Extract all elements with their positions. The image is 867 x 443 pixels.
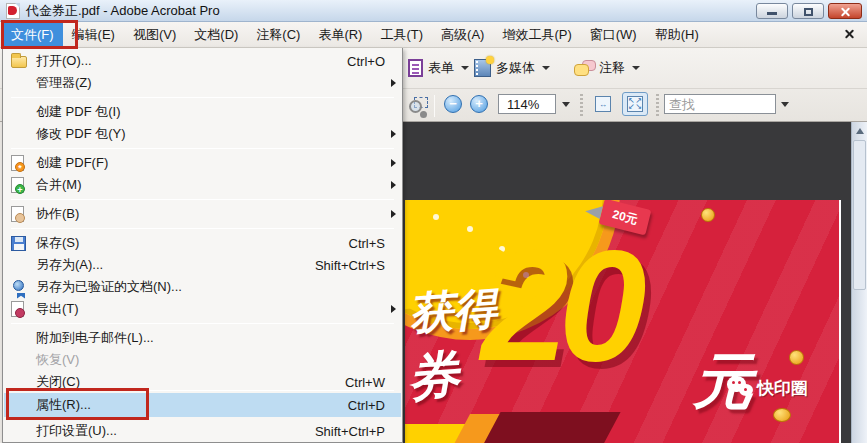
menu-item-attach-to-email[interactable]: 附加到电子邮件(L)... bbox=[4, 327, 401, 349]
file-menu-dropdown: 打开(O)... Ctrl+O 管理器(Z) 创建 PDF 包(I) 修改 PD… bbox=[2, 48, 403, 443]
pdf-file-icon bbox=[6, 3, 20, 19]
menu-tools[interactable]: 工具(T) bbox=[371, 22, 432, 47]
poster-bottom-shadow bbox=[481, 412, 620, 443]
submenu-arrow-icon bbox=[391, 130, 396, 138]
fit-width-button[interactable]: ↔ bbox=[590, 92, 616, 116]
forms-icon bbox=[408, 59, 423, 77]
menu-item-save-as-certified[interactable]: 另存为已验证的文档(N)... bbox=[4, 276, 401, 298]
folder-icon bbox=[11, 56, 27, 68]
find-dropdown-icon[interactable] bbox=[781, 102, 789, 107]
menu-file[interactable]: 文件(F) bbox=[2, 22, 63, 47]
restore-icon bbox=[804, 8, 813, 16]
acrobat-window: 代金券正.pdf - Adobe Acrobat Pro 文件(F) 编辑(E)… bbox=[0, 0, 867, 443]
watermark-text: 快印圈 bbox=[757, 377, 808, 400]
scrollbar-thumb[interactable] bbox=[853, 140, 866, 290]
minimize-icon bbox=[767, 12, 777, 15]
close-button[interactable] bbox=[828, 3, 862, 19]
comment-icon bbox=[574, 60, 594, 76]
pdf-page-voucher-poster: 20元 获得 券 20 元 快印圈 bbox=[405, 200, 841, 443]
fit-page-icon: ↖↗ ↙↘ bbox=[627, 96, 643, 112]
poster-amount: 20 bbox=[481, 226, 637, 384]
menu-bar: 文件(F) 编辑(E) 视图(V) 文档(D) 注释(C) 表单(R) 工具(T… bbox=[0, 22, 867, 48]
menu-item-combine[interactable]: + 合并(M) bbox=[4, 174, 401, 196]
menu-comments[interactable]: 注释(C) bbox=[247, 22, 309, 47]
zoom-out-button[interactable]: − bbox=[444, 95, 462, 113]
menu-item-save-as[interactable]: 另存为(A)... Shift+Ctrl+S bbox=[4, 254, 401, 276]
submenu-arrow-icon bbox=[391, 181, 396, 189]
title-bar: 代金券正.pdf - Adobe Acrobat Pro bbox=[0, 0, 867, 22]
watermark: 快印圈 bbox=[727, 376, 808, 400]
scroll-up-icon[interactable] bbox=[856, 128, 864, 134]
zoom-in-button[interactable]: + bbox=[470, 95, 488, 113]
create-pdf-icon: * bbox=[11, 155, 24, 171]
submenu-arrow-icon bbox=[391, 159, 396, 167]
menu-item-create-pdf-portfolio[interactable]: 创建 PDF 包(I) bbox=[4, 101, 401, 123]
document-pane[interactable]: 20元 获得 券 20 元 快印圈 bbox=[403, 122, 851, 443]
menu-help[interactable]: 帮助(H) bbox=[646, 22, 708, 47]
wechat-icon bbox=[727, 376, 753, 400]
menu-window[interactable]: 窗口(W) bbox=[581, 22, 646, 47]
toolbar-grip[interactable] bbox=[656, 94, 659, 116]
fit-width-icon: ↔ bbox=[595, 96, 611, 112]
submenu-arrow-icon bbox=[391, 210, 396, 218]
multimedia-icon bbox=[474, 59, 491, 77]
menu-item-create-pdf[interactable]: * 创建 PDF(F) bbox=[4, 152, 401, 174]
collaborate-icon bbox=[11, 206, 24, 222]
menu-view[interactable]: 视图(V) bbox=[124, 22, 185, 47]
menu-item-revert: 恢复(V) bbox=[4, 349, 401, 371]
menu-advanced[interactable]: 高级(A) bbox=[432, 22, 493, 47]
fit-page-button[interactable]: ↖↗ ↙↘ bbox=[622, 92, 648, 116]
menubar-close-icon[interactable] bbox=[844, 29, 855, 40]
coin-icon bbox=[701, 208, 715, 222]
forms-button[interactable]: 表单 bbox=[404, 54, 473, 82]
vertical-scrollbar[interactable] bbox=[851, 122, 867, 443]
menu-item-properties[interactable]: 属性(R)... Ctrl+D bbox=[4, 393, 401, 417]
marquee-zoom-icon bbox=[408, 96, 428, 116]
zoom-level-field[interactable]: 114% bbox=[498, 94, 556, 114]
chevron-down-icon bbox=[461, 66, 469, 70]
coin-icon bbox=[789, 350, 804, 365]
restore-button[interactable] bbox=[792, 3, 824, 19]
certify-ribbon-icon bbox=[13, 280, 24, 291]
toolbar-grip[interactable] bbox=[580, 94, 583, 116]
multimedia-button[interactable]: 多媒体 bbox=[470, 54, 554, 82]
menu-item-collaborate[interactable]: 协作(B) bbox=[4, 203, 401, 225]
menu-edit[interactable]: 编辑(E) bbox=[63, 22, 124, 47]
zoom-dropdown-icon[interactable] bbox=[562, 102, 570, 107]
comment-button[interactable]: 注释 bbox=[570, 54, 644, 82]
chevron-down-icon bbox=[542, 66, 550, 70]
find-input[interactable] bbox=[664, 94, 776, 114]
menu-item-modify-pdf-portfolio[interactable]: 修改 PDF 包(Y) bbox=[4, 123, 401, 145]
chevron-down-icon bbox=[632, 66, 640, 70]
menu-forms[interactable]: 表单(R) bbox=[309, 22, 371, 47]
poster-headline-2: 券 bbox=[405, 340, 461, 413]
window-title: 代金券正.pdf - Adobe Acrobat Pro bbox=[26, 2, 220, 20]
menu-item-export[interactable]: 导出(T) bbox=[4, 298, 401, 320]
menu-plugins[interactable]: 增效工具(P) bbox=[493, 22, 580, 47]
coin-icon bbox=[773, 408, 791, 422]
save-icon bbox=[11, 236, 26, 251]
menu-item-organizer[interactable]: 管理器(Z) bbox=[4, 72, 401, 94]
submenu-arrow-icon bbox=[391, 79, 396, 87]
minimize-button[interactable] bbox=[756, 3, 788, 19]
export-icon bbox=[11, 301, 24, 317]
combine-icon: + bbox=[11, 177, 24, 193]
menu-item-print-setup[interactable]: 打印设置(U)... Shift+Ctrl+P bbox=[4, 420, 401, 442]
menu-item-save[interactable]: 保存(S) Ctrl+S bbox=[4, 232, 401, 254]
menu-document[interactable]: 文档(D) bbox=[185, 22, 247, 47]
marquee-zoom-button[interactable] bbox=[404, 92, 432, 120]
submenu-arrow-icon bbox=[391, 305, 396, 313]
menu-item-open[interactable]: 打开(O)... Ctrl+O bbox=[4, 50, 401, 72]
